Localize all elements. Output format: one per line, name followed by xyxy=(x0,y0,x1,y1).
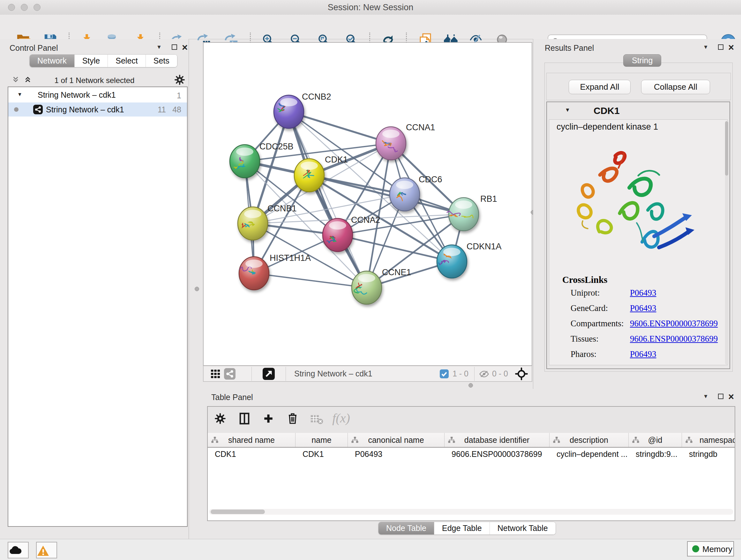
network-collection-row[interactable]: ▼ String Network – cdk1 1 xyxy=(8,88,187,103)
network-label: String Network – cdk1 xyxy=(46,105,124,114)
column-header-canonical-name[interactable]: canonical name xyxy=(348,433,445,448)
tab-network[interactable]: Network xyxy=(30,55,74,67)
selected-checkbox-icon[interactable] xyxy=(440,369,449,378)
results-panel-float-icon[interactable] xyxy=(718,44,724,50)
crosslink-link[interactable]: P06493 xyxy=(630,288,657,298)
table-add-column-icon[interactable] xyxy=(263,413,274,424)
crosslink-row: Compartments:9606.ENSP00000378699 xyxy=(570,319,724,328)
network-share-icon xyxy=(33,105,43,114)
table-panel-menu-icon[interactable]: ▼ xyxy=(703,393,709,400)
expand-all-button[interactable]: Expand All xyxy=(569,80,630,94)
control-panel-menu-icon[interactable]: ▼ xyxy=(156,44,162,51)
table-delete-table-icon[interactable] xyxy=(310,414,323,425)
network-edge-ccna2-cdkn1a[interactable] xyxy=(338,235,452,261)
network-selection-status: 1 of 1 Network selected xyxy=(0,76,189,85)
crosslink-link[interactable]: 9606.ENSP00000378699 xyxy=(630,319,718,328)
tab-network-table[interactable]: Network Table xyxy=(489,522,556,535)
tree-expander-icon[interactable]: ▼ xyxy=(17,91,22,98)
left-splitter-handle[interactable] xyxy=(195,287,199,291)
network-edge-hist1h1a-ccne1[interactable] xyxy=(254,273,367,288)
crosslink-link[interactable]: P06493 xyxy=(630,349,657,359)
network-node-ccnb2[interactable] xyxy=(274,95,304,128)
tab-node-table[interactable]: Node Table xyxy=(379,522,434,535)
open-in-window-icon[interactable] xyxy=(263,368,275,380)
navbar-separator xyxy=(474,367,475,381)
network-node-cdk1[interactable] xyxy=(294,159,324,192)
warning-button[interactable] xyxy=(36,542,57,558)
column-header-description[interactable]: description xyxy=(549,433,629,448)
gene-name: CDK1 xyxy=(594,105,620,116)
table-row[interactable]: CDK1CDK1P064939606.ENSP00000378699cyclin… xyxy=(208,448,735,461)
crosslink-label: Tissues: xyxy=(570,334,630,344)
column-header-shared-name[interactable]: shared name xyxy=(208,433,295,448)
gene-description: cyclin–dependent kinase 1 xyxy=(556,122,658,132)
gene-section-expander-icon[interactable]: ▼ xyxy=(565,107,570,113)
crosslink-row: GeneCard:P06493 xyxy=(570,303,724,313)
column-header-id[interactable]: @id xyxy=(629,433,682,448)
birds-eye-crosshair-icon[interactable] xyxy=(515,368,528,380)
cell-canonical-name[interactable]: P06493 xyxy=(348,448,445,461)
column-header-database-identifier[interactable]: database identifier xyxy=(445,433,549,448)
node-label-ccnb1: CCNB1 xyxy=(267,204,297,213)
tab-edge-table[interactable]: Edge Table xyxy=(434,522,489,535)
table-gear-icon[interactable] xyxy=(214,413,226,425)
tab-string[interactable]: String xyxy=(623,54,661,67)
control-panel-float-icon[interactable] xyxy=(172,44,177,50)
results-scrollbar-track[interactable] xyxy=(725,121,728,365)
control-panel-tabs: NetworkStyleSelectSets xyxy=(29,54,178,67)
network-node-ccne1[interactable] xyxy=(352,271,382,304)
hidden-eye-icon[interactable] xyxy=(479,370,489,378)
table-columns-icon[interactable] xyxy=(239,413,250,425)
column-header-name[interactable]: name xyxy=(295,433,348,448)
cell-namespace[interactable]: stringdb xyxy=(682,448,735,461)
table-panel-close-icon[interactable]: × xyxy=(728,394,734,400)
network-node-hist1h1a[interactable] xyxy=(239,257,269,290)
network-node-ccna1[interactable] xyxy=(376,127,406,160)
tab-select[interactable]: Select xyxy=(108,55,145,67)
results-panel-menu-icon[interactable]: ▼ xyxy=(703,44,709,51)
node-label-cdc6: CDC6 xyxy=(419,175,442,184)
table-hscrollbar-thumb[interactable] xyxy=(211,509,265,514)
network-node-ccna2[interactable] xyxy=(323,219,353,252)
tab-sets[interactable]: Sets xyxy=(145,55,177,67)
network-view-title: String Network – cdk1 xyxy=(294,369,373,378)
column-header-label: name xyxy=(295,435,347,445)
network-view-canvas[interactable]: CCNB2CCNA1CDC25BCDK1CDC6RB1CCNB1CCNA2CDK… xyxy=(203,42,532,366)
node-label-ccna1: CCNA1 xyxy=(406,123,435,132)
crosslink-link[interactable]: P06493 xyxy=(630,303,657,313)
table-function-builder-icon[interactable]: f(x) xyxy=(332,411,350,426)
network-node-ccnb1[interactable] xyxy=(238,207,268,240)
network-options-gear-icon[interactable] xyxy=(174,74,185,85)
results-scrollbar-thumb[interactable] xyxy=(725,121,728,176)
network-row-selected[interactable]: String Network – cdk1 11 48 xyxy=(8,103,187,117)
cell-shared-name[interactable]: CDK1 xyxy=(208,448,295,461)
horizontal-splitter-handle[interactable] xyxy=(468,383,473,388)
share-view-icon[interactable] xyxy=(224,368,235,380)
grid-view-icon[interactable] xyxy=(210,369,221,379)
column-header-namespace[interactable]: namespace xyxy=(682,433,735,448)
node-label-ccne1: CCNE1 xyxy=(382,267,411,277)
navbar-separator xyxy=(286,367,286,381)
cloud-button[interactable] xyxy=(8,542,29,558)
tab-style[interactable]: Style xyxy=(74,55,108,67)
crosslink-row: Pharos:P06493 xyxy=(570,349,724,359)
network-node-cdc25b[interactable] xyxy=(230,145,260,178)
network-edge-ccnb2-ccna1[interactable] xyxy=(289,112,391,143)
network-node-cdkn1a[interactable] xyxy=(437,245,467,278)
column-header-label: namespace xyxy=(682,435,735,445)
network-node-cdc6[interactable] xyxy=(390,178,420,211)
crosslink-link[interactable]: 9606.ENSP00000378699 xyxy=(630,334,718,344)
cell-description[interactable]: cyclin–dependent ... xyxy=(549,448,629,461)
cell-database-identifier[interactable]: 9606.ENSP00000378699 xyxy=(445,448,549,461)
table-delete-column-icon[interactable] xyxy=(287,412,298,425)
results-buttons-box: Expand All Collapse All xyxy=(546,73,731,100)
cell-name[interactable]: CDK1 xyxy=(295,448,348,461)
collapse-all-button[interactable]: Collapse All xyxy=(641,80,710,94)
column-header-label: canonical name xyxy=(348,435,444,445)
table-panel-float-icon[interactable] xyxy=(718,394,724,399)
results-panel-close-icon[interactable]: × xyxy=(728,44,734,51)
control-panel-close-icon[interactable]: × xyxy=(182,44,188,51)
cell-id[interactable]: stringdb:9... xyxy=(629,448,682,461)
table-hscrollbar-track[interactable] xyxy=(209,509,733,515)
memory-button[interactable]: Memory xyxy=(687,541,734,557)
